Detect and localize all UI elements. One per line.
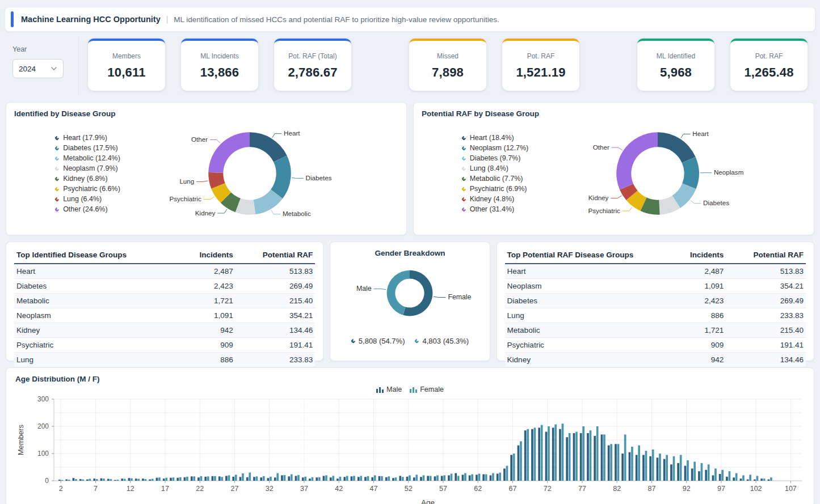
svg-text:57: 57 — [439, 485, 447, 493]
bar-legend-item-female[interactable]: Female — [410, 386, 444, 393]
kpi-card-pot-raf: Pot. RAF1,265.48 — [730, 39, 808, 91]
legend-item-psychiatric[interactable]: Psychiatric (6.9%) — [462, 185, 529, 193]
bar — [582, 426, 584, 481]
svg-text:67: 67 — [508, 485, 516, 493]
bar — [590, 430, 592, 481]
kpi-value: 13,866 — [200, 65, 239, 80]
bar — [142, 478, 144, 481]
svg-text:22: 22 — [196, 485, 204, 493]
bar — [297, 475, 300, 481]
svg-text:82: 82 — [613, 485, 621, 493]
legend-item-psychiatric[interactable]: Psychiatric (6.6%) — [55, 185, 120, 193]
label-leader-line — [210, 139, 220, 143]
bar — [406, 477, 409, 481]
legend-item-kidney[interactable]: Kidney (4.8%) — [462, 195, 529, 203]
donut-slice-heart[interactable] — [658, 132, 696, 163]
legend-label: Other (31.4%) — [470, 205, 515, 213]
legend-item-lung[interactable]: Lung (6.4%) — [55, 195, 120, 203]
table-row-metabolic: Metabolic1,721215.40 — [505, 323, 806, 338]
legend-item-metabolic[interactable]: Metabolic (7.7%) — [462, 175, 529, 183]
gridlines — [54, 399, 802, 483]
legend-item-metabolic[interactable]: Metabolic (12.4%) — [55, 154, 120, 162]
bar — [448, 475, 450, 481]
bar — [423, 475, 425, 481]
bar — [719, 474, 721, 481]
data-table: Top Identified Disease GroupsIncidentsPo… — [14, 248, 315, 367]
bar — [371, 477, 373, 481]
panel-potential-raf-by-disease-group: Potential RAF by Disease Group Heart (18… — [413, 102, 814, 235]
year-select[interactable]: 2024 — [12, 59, 64, 78]
cell-incidents: 1,091 — [180, 308, 236, 323]
bar — [79, 479, 82, 481]
label-leader-line — [691, 200, 701, 203]
bar — [346, 476, 348, 481]
bar — [152, 479, 154, 481]
table-row-neoplasm: Neoplasm1,091354.21 — [14, 308, 315, 323]
legend-item-diabetes[interactable]: Diabetes (17.5%) — [55, 144, 120, 152]
legend-label: Neoplasm (12.7%) — [470, 144, 529, 152]
bar — [443, 475, 445, 481]
legend-item-diabetes[interactable]: Diabetes (9.7%) — [462, 154, 529, 162]
bar — [476, 475, 478, 481]
bar — [749, 475, 751, 481]
bar — [729, 471, 731, 481]
bar — [726, 477, 728, 481]
cell-disease-group: Neoplasm — [14, 308, 180, 323]
bar — [712, 475, 714, 481]
slice-label: Female — [448, 293, 472, 301]
bar — [330, 477, 332, 481]
cell-disease-group: Heart — [505, 264, 671, 279]
cell-potential-raf: 233.83 — [726, 308, 806, 323]
table-row-neoplasm: Neoplasm1,091354.21 — [505, 279, 806, 294]
slice-label: Lung — [179, 177, 194, 185]
bar — [541, 425, 543, 481]
bar — [374, 475, 376, 481]
bar — [86, 480, 89, 481]
donut-chart-area: Heart (18.4%)Neoplasm (12.7%)Diabetes (9… — [422, 118, 806, 229]
kpi-card-pot-raf-total: Pot. RAF (Total)2,786.67 — [274, 39, 351, 91]
cell-potential-raf: 269.49 — [236, 279, 316, 294]
donut-slice-heart[interactable] — [250, 132, 287, 162]
legend-item-lung[interactable]: Lung (8.4%) — [462, 164, 529, 172]
bar-chart-legend: MaleFemale — [15, 384, 805, 395]
legend-item-heart[interactable]: Heart (17.9%) — [55, 134, 120, 142]
bar — [594, 436, 596, 481]
legend-item-kidney[interactable]: Kidney (6.8%) — [55, 175, 120, 183]
panel-title: Potential RAF by Disease Group — [422, 109, 806, 118]
bar — [747, 480, 749, 481]
column-header-potential-raf: Potential RAF — [236, 248, 316, 264]
legend-item-neoplasm[interactable]: Neoplasm (12.7%) — [462, 144, 529, 152]
bar — [388, 476, 390, 481]
donut-slice-other[interactable] — [208, 132, 250, 173]
bar-legend-item-male[interactable]: Male — [376, 386, 402, 393]
legend-label: Other (24.6%) — [63, 205, 108, 213]
gender-legend-item-female[interactable]: 5,808 (54.7%) — [351, 337, 405, 345]
bar — [395, 477, 397, 481]
donut-slice-other[interactable] — [616, 132, 658, 189]
donut-legend-icon — [350, 338, 356, 344]
cell-potential-raf: 215.40 — [236, 294, 316, 308]
legend-item-other[interactable]: Other (24.6%) — [55, 205, 120, 213]
donut-legend-icon — [461, 176, 466, 181]
bar — [693, 461, 696, 481]
legend-item-heart[interactable]: Heart (18.4%) — [462, 134, 529, 142]
cell-potential-raf: 354.21 — [726, 279, 806, 294]
gender-legend-item-male[interactable]: 4,803 (45.3%) — [415, 337, 469, 345]
legend-item-neoplasm[interactable]: Neoplasm (7.9%) — [55, 164, 120, 172]
legend-item-other[interactable]: Other (31.4%) — [462, 205, 529, 213]
cell-incidents: 1,721 — [670, 323, 726, 338]
slice-label: Psychiatric — [169, 195, 201, 202]
bar — [304, 477, 306, 481]
bar — [415, 475, 418, 481]
bar — [573, 433, 575, 481]
bar — [506, 466, 508, 481]
label-leader-line — [612, 147, 623, 150]
bar — [117, 480, 119, 481]
legend-label: Heart (18.4%) — [470, 134, 514, 142]
donut-legend-icon — [461, 206, 466, 212]
female-bars-series — [61, 423, 772, 481]
bar — [471, 475, 473, 481]
panel-title: Identified by Disease Group — [14, 109, 398, 118]
bar — [615, 444, 617, 481]
legend-label: Lung (8.4%) — [470, 164, 508, 172]
